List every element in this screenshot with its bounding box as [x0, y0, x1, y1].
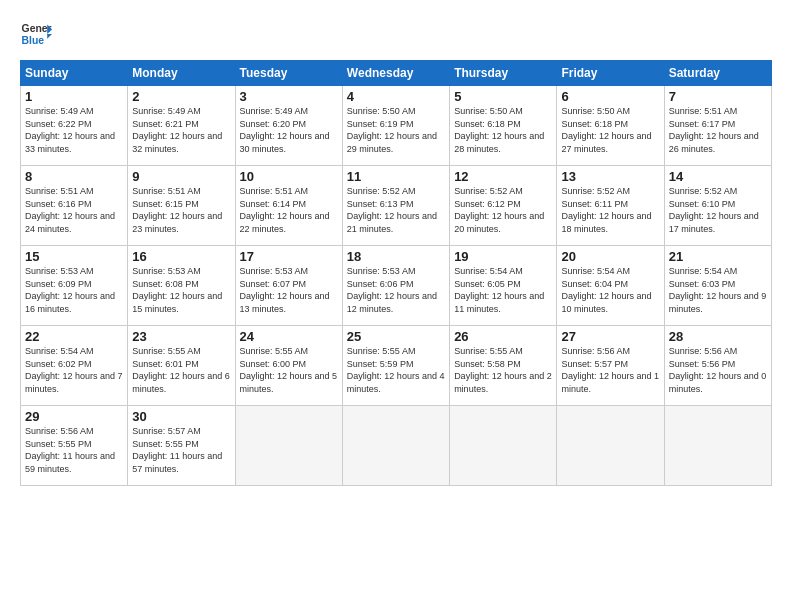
day-info: Sunrise: 5:53 AM Sunset: 6:07 PM Dayligh…: [240, 265, 338, 315]
day-info: Sunrise: 5:50 AM Sunset: 6:19 PM Dayligh…: [347, 105, 445, 155]
calendar-cell: 7Sunrise: 5:51 AM Sunset: 6:17 PM Daylig…: [664, 86, 771, 166]
day-number: 12: [454, 169, 552, 184]
calendar-cell: 14Sunrise: 5:52 AM Sunset: 6:10 PM Dayli…: [664, 166, 771, 246]
day-number: 9: [132, 169, 230, 184]
day-number: 6: [561, 89, 659, 104]
week-row-3: 15Sunrise: 5:53 AM Sunset: 6:09 PM Dayli…: [21, 246, 772, 326]
day-number: 1: [25, 89, 123, 104]
logo-icon: General Blue: [20, 18, 52, 50]
calendar-cell: 28Sunrise: 5:56 AM Sunset: 5:56 PM Dayli…: [664, 326, 771, 406]
calendar-cell: 20Sunrise: 5:54 AM Sunset: 6:04 PM Dayli…: [557, 246, 664, 326]
day-number: 3: [240, 89, 338, 104]
weekday-header-monday: Monday: [128, 61, 235, 86]
page-header: General Blue: [20, 18, 772, 50]
day-info: Sunrise: 5:56 AM Sunset: 5:57 PM Dayligh…: [561, 345, 659, 395]
day-number: 19: [454, 249, 552, 264]
calendar-cell: [450, 406, 557, 486]
day-info: Sunrise: 5:55 AM Sunset: 5:59 PM Dayligh…: [347, 345, 445, 395]
week-row-2: 8Sunrise: 5:51 AM Sunset: 6:16 PM Daylig…: [21, 166, 772, 246]
calendar-cell: 30Sunrise: 5:57 AM Sunset: 5:55 PM Dayli…: [128, 406, 235, 486]
day-info: Sunrise: 5:50 AM Sunset: 6:18 PM Dayligh…: [561, 105, 659, 155]
day-info: Sunrise: 5:52 AM Sunset: 6:11 PM Dayligh…: [561, 185, 659, 235]
logo: General Blue: [20, 18, 52, 50]
calendar-cell: 24Sunrise: 5:55 AM Sunset: 6:00 PM Dayli…: [235, 326, 342, 406]
day-number: 25: [347, 329, 445, 344]
calendar-cell: 11Sunrise: 5:52 AM Sunset: 6:13 PM Dayli…: [342, 166, 449, 246]
day-number: 10: [240, 169, 338, 184]
day-info: Sunrise: 5:55 AM Sunset: 6:00 PM Dayligh…: [240, 345, 338, 395]
day-info: Sunrise: 5:56 AM Sunset: 5:56 PM Dayligh…: [669, 345, 767, 395]
weekday-header-thursday: Thursday: [450, 61, 557, 86]
day-number: 20: [561, 249, 659, 264]
calendar-cell: 16Sunrise: 5:53 AM Sunset: 6:08 PM Dayli…: [128, 246, 235, 326]
day-number: 8: [25, 169, 123, 184]
calendar-cell: 10Sunrise: 5:51 AM Sunset: 6:14 PM Dayli…: [235, 166, 342, 246]
day-info: Sunrise: 5:55 AM Sunset: 6:01 PM Dayligh…: [132, 345, 230, 395]
day-info: Sunrise: 5:54 AM Sunset: 6:05 PM Dayligh…: [454, 265, 552, 315]
weekday-header-sunday: Sunday: [21, 61, 128, 86]
calendar-cell: 8Sunrise: 5:51 AM Sunset: 6:16 PM Daylig…: [21, 166, 128, 246]
day-number: 7: [669, 89, 767, 104]
day-number: 15: [25, 249, 123, 264]
day-number: 28: [669, 329, 767, 344]
calendar-cell: 5Sunrise: 5:50 AM Sunset: 6:18 PM Daylig…: [450, 86, 557, 166]
day-number: 2: [132, 89, 230, 104]
day-number: 11: [347, 169, 445, 184]
calendar-cell: 22Sunrise: 5:54 AM Sunset: 6:02 PM Dayli…: [21, 326, 128, 406]
day-info: Sunrise: 5:54 AM Sunset: 6:04 PM Dayligh…: [561, 265, 659, 315]
week-row-1: 1Sunrise: 5:49 AM Sunset: 6:22 PM Daylig…: [21, 86, 772, 166]
day-number: 14: [669, 169, 767, 184]
day-number: 16: [132, 249, 230, 264]
day-number: 13: [561, 169, 659, 184]
day-info: Sunrise: 5:54 AM Sunset: 6:02 PM Dayligh…: [25, 345, 123, 395]
week-row-4: 22Sunrise: 5:54 AM Sunset: 6:02 PM Dayli…: [21, 326, 772, 406]
weekday-header-tuesday: Tuesday: [235, 61, 342, 86]
calendar-cell: 12Sunrise: 5:52 AM Sunset: 6:12 PM Dayli…: [450, 166, 557, 246]
day-info: Sunrise: 5:52 AM Sunset: 6:12 PM Dayligh…: [454, 185, 552, 235]
day-info: Sunrise: 5:49 AM Sunset: 6:22 PM Dayligh…: [25, 105, 123, 155]
calendar-cell: 25Sunrise: 5:55 AM Sunset: 5:59 PM Dayli…: [342, 326, 449, 406]
day-number: 24: [240, 329, 338, 344]
calendar-cell: 9Sunrise: 5:51 AM Sunset: 6:15 PM Daylig…: [128, 166, 235, 246]
calendar-cell: [342, 406, 449, 486]
svg-text:Blue: Blue: [22, 35, 45, 46]
weekday-header-saturday: Saturday: [664, 61, 771, 86]
day-info: Sunrise: 5:51 AM Sunset: 6:14 PM Dayligh…: [240, 185, 338, 235]
day-number: 23: [132, 329, 230, 344]
day-info: Sunrise: 5:50 AM Sunset: 6:18 PM Dayligh…: [454, 105, 552, 155]
calendar-cell: 3Sunrise: 5:49 AM Sunset: 6:20 PM Daylig…: [235, 86, 342, 166]
day-number: 4: [347, 89, 445, 104]
day-info: Sunrise: 5:52 AM Sunset: 6:13 PM Dayligh…: [347, 185, 445, 235]
day-info: Sunrise: 5:53 AM Sunset: 6:06 PM Dayligh…: [347, 265, 445, 315]
calendar-cell: 29Sunrise: 5:56 AM Sunset: 5:55 PM Dayli…: [21, 406, 128, 486]
day-number: 22: [25, 329, 123, 344]
calendar-cell: 27Sunrise: 5:56 AM Sunset: 5:57 PM Dayli…: [557, 326, 664, 406]
calendar-cell: 23Sunrise: 5:55 AM Sunset: 6:01 PM Dayli…: [128, 326, 235, 406]
calendar-cell: 17Sunrise: 5:53 AM Sunset: 6:07 PM Dayli…: [235, 246, 342, 326]
day-info: Sunrise: 5:52 AM Sunset: 6:10 PM Dayligh…: [669, 185, 767, 235]
weekday-header-row: SundayMondayTuesdayWednesdayThursdayFrid…: [21, 61, 772, 86]
week-row-5: 29Sunrise: 5:56 AM Sunset: 5:55 PM Dayli…: [21, 406, 772, 486]
day-info: Sunrise: 5:55 AM Sunset: 5:58 PM Dayligh…: [454, 345, 552, 395]
day-info: Sunrise: 5:53 AM Sunset: 6:08 PM Dayligh…: [132, 265, 230, 315]
calendar-cell: 26Sunrise: 5:55 AM Sunset: 5:58 PM Dayli…: [450, 326, 557, 406]
day-number: 21: [669, 249, 767, 264]
day-number: 26: [454, 329, 552, 344]
day-info: Sunrise: 5:49 AM Sunset: 6:20 PM Dayligh…: [240, 105, 338, 155]
weekday-header-wednesday: Wednesday: [342, 61, 449, 86]
day-info: Sunrise: 5:51 AM Sunset: 6:16 PM Dayligh…: [25, 185, 123, 235]
day-info: Sunrise: 5:54 AM Sunset: 6:03 PM Dayligh…: [669, 265, 767, 315]
day-number: 27: [561, 329, 659, 344]
day-info: Sunrise: 5:51 AM Sunset: 6:15 PM Dayligh…: [132, 185, 230, 235]
day-info: Sunrise: 5:49 AM Sunset: 6:21 PM Dayligh…: [132, 105, 230, 155]
calendar-cell: 15Sunrise: 5:53 AM Sunset: 6:09 PM Dayli…: [21, 246, 128, 326]
calendar-cell: [557, 406, 664, 486]
day-number: 17: [240, 249, 338, 264]
day-info: Sunrise: 5:53 AM Sunset: 6:09 PM Dayligh…: [25, 265, 123, 315]
calendar-cell: 6Sunrise: 5:50 AM Sunset: 6:18 PM Daylig…: [557, 86, 664, 166]
calendar-cell: 19Sunrise: 5:54 AM Sunset: 6:05 PM Dayli…: [450, 246, 557, 326]
day-number: 18: [347, 249, 445, 264]
day-number: 5: [454, 89, 552, 104]
calendar-cell: [664, 406, 771, 486]
day-info: Sunrise: 5:57 AM Sunset: 5:55 PM Dayligh…: [132, 425, 230, 475]
